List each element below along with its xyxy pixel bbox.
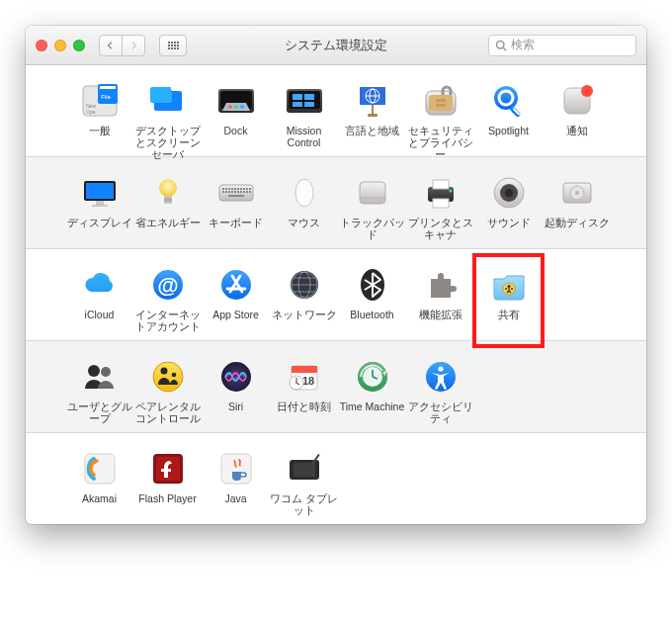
pref-label: 機能拡張 (419, 309, 462, 334)
general-icon: FileNewOpe (78, 79, 122, 123)
pref-printers[interactable]: プリンタとスキャナ (406, 171, 474, 242)
pref-datetime[interactable]: 18日付と時刻 (270, 355, 338, 426)
pref-spotlight[interactable]: Spotlight (474, 79, 543, 150)
akamai-icon (78, 447, 122, 490)
svg-text:@: @ (157, 273, 178, 298)
extensions-icon (419, 263, 462, 307)
appstore-icon (214, 263, 258, 307)
pref-mouse[interactable]: マウス (270, 171, 338, 242)
pref-appstore[interactable]: App Store (202, 263, 270, 334)
pref-section-4: AkamaiFlash PlayerJavaワコム タブレット (26, 433, 646, 524)
spotlight-icon (487, 79, 531, 123)
back-button[interactable] (99, 35, 123, 56)
svg-rect-4 (100, 86, 116, 89)
pref-label: Siri (228, 401, 243, 426)
parental-icon (146, 355, 190, 399)
pref-desktop[interactable]: デスクトップとスクリーンセーバ (133, 79, 202, 150)
show-all-button[interactable] (159, 35, 187, 56)
svg-rect-68 (360, 182, 385, 204)
zoom-button[interactable] (73, 40, 85, 51)
pref-accessibility[interactable]: アクセシビリティ (406, 355, 474, 426)
mission-icon (283, 79, 326, 123)
pref-wacom[interactable]: ワコム タブレット (270, 447, 338, 518)
pref-section-1: ディスプレイ省エネルギーキーボードマウストラックパッドプリンタとスキャナサウンド… (26, 157, 646, 249)
sharing-icon (487, 263, 531, 307)
svg-rect-10 (171, 85, 176, 90)
pref-notifications[interactable]: 通知 (543, 79, 611, 150)
titlebar: システム環境設定 検索 (26, 26, 646, 65)
svg-rect-53 (243, 188, 245, 190)
svg-line-1 (503, 47, 506, 50)
pref-label: Akamai (82, 492, 117, 518)
trackpad-icon (351, 171, 394, 215)
pref-keyboard[interactable]: キーボード (202, 171, 270, 242)
pref-network[interactable]: ネットワーク (270, 263, 338, 334)
pref-mission[interactable]: Mission Control (270, 79, 338, 150)
pref-language[interactable]: 言語と地域 (338, 79, 406, 150)
pref-security[interactable]: セキュリティとプライバシー (406, 79, 474, 150)
pref-akamai[interactable]: Akamai (65, 447, 133, 518)
svg-point-97 (153, 362, 183, 392)
svg-rect-54 (246, 188, 248, 190)
datetime-icon: 18 (283, 355, 326, 399)
pref-users[interactable]: ユーザとグループ (65, 355, 133, 426)
svg-text:File: File (101, 94, 111, 100)
svg-text:Ope: Ope (86, 109, 96, 115)
search-placeholder: 検索 (511, 37, 535, 53)
svg-rect-42 (164, 196, 172, 204)
svg-point-79 (575, 191, 579, 195)
pref-timemachine[interactable]: Time Machine (338, 355, 406, 426)
svg-rect-52 (240, 188, 242, 190)
pref-section-2: iCloud@インターネットアカウントApp StoreネットワークBlueto… (26, 249, 646, 341)
svg-point-0 (497, 41, 505, 48)
svg-rect-71 (433, 180, 449, 189)
pref-startup[interactable]: 起動ディスク (543, 171, 611, 242)
pref-icloud[interactable]: iCloud (65, 263, 133, 334)
pref-siri[interactable]: Siri (202, 355, 270, 426)
security-icon (419, 79, 462, 123)
close-button[interactable] (36, 40, 47, 51)
mouse-icon (283, 171, 326, 215)
pref-label: デスクトップとスクリーンセーバ (133, 125, 202, 150)
pref-label: 一般 (89, 125, 111, 150)
pref-label: Bluetooth (350, 309, 393, 334)
pref-label: キーボード (209, 217, 263, 242)
pref-label: Mission Control (270, 125, 338, 150)
svg-rect-56 (222, 191, 224, 193)
svg-rect-64 (246, 191, 248, 193)
svg-point-107 (295, 382, 297, 384)
pref-sharing[interactable]: 共有 (474, 263, 543, 334)
minimize-button[interactable] (54, 40, 66, 51)
java-icon (214, 447, 258, 490)
svg-point-115 (438, 366, 443, 371)
pref-extensions[interactable]: 機能拡張 (406, 263, 474, 334)
pref-general[interactable]: FileNewOpe一般 (65, 79, 133, 150)
pref-label: Time Machine (340, 401, 405, 426)
pref-energy[interactable]: 省エネルギー (133, 171, 202, 242)
pref-label: マウス (288, 217, 320, 242)
svg-rect-18 (293, 94, 302, 100)
forward-button[interactable] (122, 35, 145, 56)
svg-rect-55 (249, 188, 251, 190)
pref-bluetooth[interactable]: Bluetooth (338, 263, 406, 334)
svg-point-76 (505, 189, 513, 197)
pref-sound[interactable]: サウンド (474, 171, 543, 242)
pref-label: 通知 (566, 125, 588, 150)
pref-displays[interactable]: ディスプレイ (65, 171, 133, 242)
svg-rect-9 (150, 87, 172, 103)
pref-trackpad[interactable]: トラックパッド (338, 171, 406, 242)
pref-label: 起動ディスク (545, 217, 610, 242)
pref-internet[interactable]: @インターネットアカウント (133, 263, 202, 334)
svg-rect-48 (228, 188, 230, 190)
sound-icon (487, 171, 531, 215)
notifications-icon (555, 79, 599, 123)
pref-parental[interactable]: ペアレンタルコントロール (133, 355, 202, 426)
wacom-icon (283, 447, 326, 490)
svg-rect-57 (225, 191, 227, 193)
pref-label: 日付と時刻 (277, 401, 331, 426)
search-field[interactable]: 検索 (488, 35, 636, 56)
pref-flash[interactable]: Flash Player (133, 447, 202, 518)
pref-java[interactable]: Java (202, 447, 270, 518)
pref-dock[interactable]: Dock (202, 79, 270, 150)
svg-point-98 (160, 368, 167, 375)
